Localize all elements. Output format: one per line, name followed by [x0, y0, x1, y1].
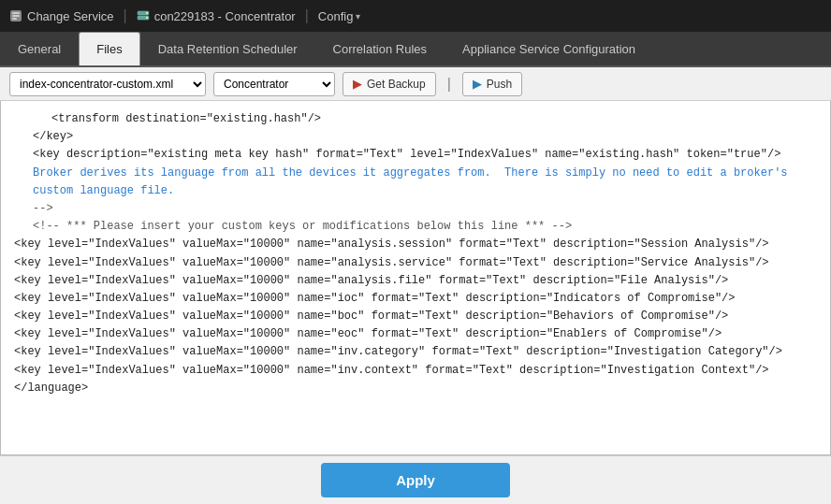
xml-line: <!-- *** Please insert your custom keys …	[33, 218, 817, 236]
xml-line: <key level="IndexValues" valueMax="10000…	[14, 325, 817, 343]
service-select[interactable]: Concentrator	[213, 72, 335, 96]
tabs-bar: General Files Data Retention Scheduler C…	[0, 32, 831, 67]
tab-correlation-rules[interactable]: Correlation Rules	[315, 32, 445, 65]
xml-line: <transform destination="existing.hash"/>	[51, 110, 817, 128]
tab-data-retention[interactable]: Data Retention Scheduler	[140, 32, 315, 65]
xml-line: <key level="IndexValues" valueMax="10000…	[14, 272, 817, 290]
xml-line: </key>	[33, 128, 817, 146]
svg-point-6	[146, 12, 148, 14]
change-service-label: Change Service	[27, 9, 114, 23]
xml-line: <key level="IndexValues" valueMax="10000…	[14, 362, 817, 380]
title-bar: Change Service | con229183 - Concentrato…	[0, 0, 831, 32]
svg-rect-3	[12, 18, 17, 20]
concentrator-icon	[137, 9, 150, 22]
xml-line: custom language file.	[33, 182, 817, 200]
svg-rect-1	[12, 12, 20, 14]
push-button[interactable]: ▶ Push	[462, 72, 522, 96]
config-label: Config	[318, 9, 354, 23]
push-icon: ▶	[473, 77, 482, 91]
tab-general[interactable]: General	[0, 32, 79, 65]
device-item[interactable]: con229183 - Concentrator	[137, 9, 296, 23]
xml-line: <key level="IndexValues" valueMax="10000…	[14, 290, 817, 308]
change-service-item[interactable]: Change Service	[9, 9, 114, 23]
toolbar-separator: |	[447, 76, 451, 93]
xml-line: -->	[33, 200, 817, 218]
get-backup-button[interactable]: ▶ Get Backup	[343, 72, 436, 96]
device-name-label: con229183 - Concentrator	[154, 9, 296, 23]
xml-line: <key level="IndexValues" valueMax="10000…	[14, 343, 817, 361]
content-area[interactable]: <transform destination="existing.hash"/>…	[0, 101, 831, 455]
toolbar-row: index-concentrator-custom.xml Concentrat…	[0, 67, 831, 101]
separator-2: |	[305, 7, 309, 24]
svg-rect-2	[12, 15, 20, 17]
tab-files[interactable]: Files	[79, 32, 139, 65]
xml-line: <key level="IndexValues" valueMax="10000…	[14, 308, 817, 325]
tab-appliance-service[interactable]: Appliance Service Configuration	[445, 32, 653, 65]
xml-line: <key level="IndexValues" valueMax="10000…	[14, 254, 817, 272]
footer: Apply	[0, 455, 831, 504]
svg-point-7	[146, 17, 148, 19]
file-select[interactable]: index-concentrator-custom.xml	[9, 72, 206, 96]
config-arrow: ▾	[356, 11, 360, 22]
apply-button[interactable]: Apply	[321, 463, 510, 497]
config-dropdown[interactable]: Config ▾	[318, 9, 361, 23]
xml-line: </language>	[14, 380, 817, 397]
xml-line: <key level="IndexValues" valueMax="10000…	[14, 236, 817, 253]
xml-line: <key description="existing meta key hash…	[33, 146, 817, 164]
xml-line: Broker derives its language from all the…	[33, 165, 817, 182]
wrench-icon	[9, 9, 22, 22]
backup-icon: ▶	[353, 77, 362, 91]
separator-1: |	[124, 7, 127, 24]
